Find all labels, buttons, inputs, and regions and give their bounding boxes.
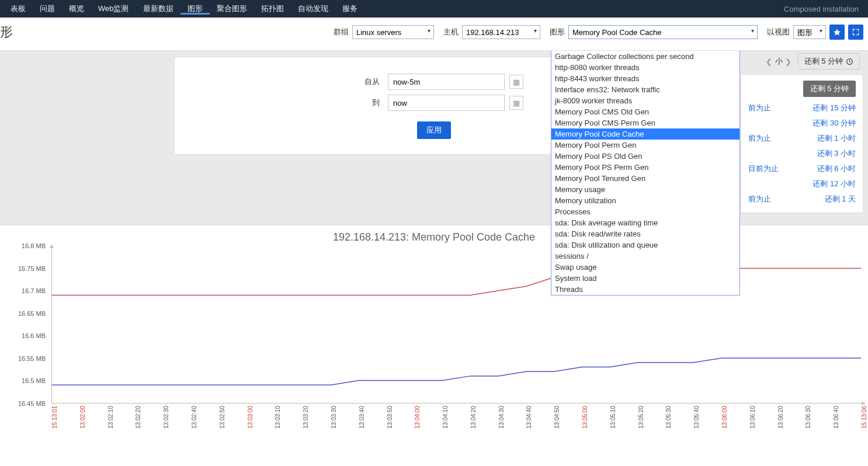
to-calendar-button[interactable] [509, 96, 523, 110]
x-tick: 13:05:40 [693, 406, 700, 429]
x-tick: 13:06:30 [805, 406, 811, 429]
chart-series-committed [52, 358, 861, 385]
nav-item-1[interactable]: 问题 [33, 4, 62, 13]
nav-item-0[interactable]: 表板 [4, 4, 33, 13]
x-tick: 13:04:00 [414, 406, 421, 429]
x-tick: 13:06:00 [721, 406, 728, 429]
y-tick: 16.55 MB [18, 355, 46, 362]
host-select[interactable]: 192.168.14.213 [462, 25, 540, 39]
zoom-next-button[interactable]: ❯ [783, 53, 794, 69]
x-tick: 13:04:10 [442, 406, 449, 429]
graph-option[interactable]: Swap usage [551, 262, 739, 273]
y-tick: 16.45 MB [18, 400, 46, 407]
apply-button[interactable]: 应用 [417, 121, 451, 139]
time-remaining-badge[interactable]: 还剩 5 分钟 [798, 53, 860, 69]
fullscreen-button[interactable] [848, 25, 863, 40]
from-input[interactable] [388, 74, 505, 90]
preset-right-link[interactable]: 还剩 1 小时 [817, 133, 856, 144]
favorite-button[interactable] [829, 25, 845, 40]
preset-row: 前为止还剩 1 天 [748, 192, 856, 207]
preset-right-link[interactable]: 还剩 12 小时 [813, 179, 856, 189]
time-presets-panel: 还剩 5 分钟 前为止还剩 15 分钟还剩 30 分钟前为止还剩 1 小时还剩 … [741, 74, 863, 213]
to-label: 到 [345, 98, 380, 108]
graph-option[interactable]: jk-8009 worker threads [551, 95, 739, 106]
graph-option[interactable]: Memory Pool Code Cache [551, 128, 739, 140]
graph-option[interactable]: Processes [551, 206, 739, 217]
preset-right-link[interactable]: 还剩 3 小时 [817, 148, 856, 159]
graph-option[interactable]: Memory Pool Perm Gen [551, 140, 739, 151]
graph-option[interactable]: Garbage Collector collections per second [551, 51, 739, 62]
x-tick: 13:05:00 [582, 406, 588, 429]
nav-item-3[interactable]: Web监测 [91, 4, 136, 13]
nav-item-9[interactable]: 服务 [335, 4, 364, 13]
graph-option[interactable]: Interface ens32: Network traffic [551, 84, 739, 95]
graph-option[interactable]: sda: Disk average waiting time [551, 217, 739, 228]
filter-section: 自从 到 应用 ❮ 小 ❯ 还剩 5 分钟 还剩 5 分钟 前为止还剩 15 分… [0, 50, 868, 225]
y-tick: 16.65 MB [18, 310, 46, 317]
nav-item-8[interactable]: 自动发现 [291, 4, 335, 13]
clock-icon [846, 58, 853, 65]
nav-item-2[interactable]: 概览 [62, 4, 91, 13]
preset-row: 前为止还剩 1 小时 [748, 131, 856, 146]
graph-option[interactable]: Memory utilization [551, 195, 739, 206]
top-nav: 表板问题概览Web监测最新数据图形聚合图形拓扑图自动发现服务 Composed … [0, 0, 868, 18]
preset-row: 目前为止还剩 6 小时 [748, 161, 856, 176]
graph-option[interactable]: sessions / [551, 251, 739, 262]
x-tick: 13:03:30 [331, 406, 337, 429]
to-input[interactable] [388, 95, 505, 111]
preset-right-link[interactable]: 还剩 6 小时 [817, 164, 856, 174]
group-select[interactable]: Linux servers [352, 25, 434, 39]
y-tick: 16.6 MB [22, 332, 46, 339]
graph-select[interactable]: Memory Pool Code Cache [568, 25, 758, 39]
time-zoom-row: ❮ 小 ❯ 还剩 5 分钟 [763, 53, 863, 69]
preset-row: 还剩 12 小时 [748, 176, 856, 192]
graph-option[interactable]: Memory usage [551, 184, 739, 195]
graph-option[interactable]: System load [551, 273, 739, 284]
preset-right-link[interactable]: 还剩 30 分钟 [813, 118, 856, 128]
preset-right-link[interactable]: 还剩 1 天 [825, 194, 856, 204]
graph-option[interactable]: http-8443 worker threads [551, 73, 739, 84]
graph-option[interactable]: Memory Pool PS Perm Gen [551, 162, 739, 173]
preset-row: 还剩 3 小时 [748, 146, 856, 161]
graph-option[interactable]: Memory Pool CMS Perm Gen [551, 117, 739, 128]
graph-option[interactable]: http-8080 worker threads [551, 62, 739, 73]
x-tick: 13:03:50 [387, 406, 393, 429]
nav-item-6[interactable]: 聚合图形 [210, 4, 254, 13]
x-tick: 15 13:06 [861, 406, 867, 429]
graph-option[interactable]: sda: Disk utilization and queue [551, 239, 739, 251]
x-tick: 13:06:10 [749, 406, 756, 429]
x-tick: 13:03:20 [303, 406, 309, 429]
nav-item-5[interactable]: 图形 [180, 4, 210, 15]
preset-row: 还剩 30 分钟 [748, 116, 856, 131]
x-tick: 13:05:10 [610, 406, 616, 429]
preset-left-link[interactable]: 前为止 [748, 133, 771, 144]
preset-left-link[interactable]: 前为止 [748, 194, 771, 204]
composed-installation-link[interactable]: Composed installation [784, 5, 864, 13]
graph-option[interactable]: Threads [551, 284, 739, 295]
y-tick: 16.75 MB [18, 265, 46, 272]
preset-right-link[interactable]: 还剩 15 分钟 [813, 103, 856, 113]
nav-item-4[interactable]: 最新数据 [136, 4, 180, 13]
x-tick: 13:06:40 [833, 406, 839, 429]
x-tick: 13:03:40 [359, 406, 365, 429]
x-tick: 13:02:30 [163, 406, 169, 429]
from-calendar-button[interactable] [509, 75, 523, 89]
graph-dropdown-list[interactable]: Garbage Collector collections per second… [551, 51, 740, 295]
preset-left-link[interactable]: 前为止 [748, 103, 771, 113]
x-tick: 13:05:30 [665, 406, 672, 429]
view-select[interactable]: 图形 [793, 25, 826, 39]
nav-item-7[interactable]: 拓扑图 [254, 4, 291, 13]
graph-option[interactable]: Memory Pool Tenured Gen [551, 173, 739, 184]
x-tick: 13:02:00 [79, 406, 86, 429]
preset-row: 前为止还剩 15 分钟 [748, 100, 856, 116]
x-tick: 13:02:50 [219, 406, 225, 429]
x-tick: 13:06:20 [777, 406, 784, 429]
graph-option[interactable]: Memory Pool CMS Old Gen [551, 106, 739, 117]
x-tick: 13:04:20 [470, 406, 477, 429]
x-tick: 15 13:01 [51, 406, 58, 429]
graph-option[interactable]: Memory Pool PS Old Gen [551, 151, 739, 162]
graph-option[interactable]: sda: Disk read/write rates [551, 228, 739, 239]
zoom-prev-button[interactable]: ❮ [763, 53, 775, 69]
host-label: 主机 [443, 27, 459, 37]
preset-left-link[interactable]: 目前为止 [748, 164, 779, 174]
